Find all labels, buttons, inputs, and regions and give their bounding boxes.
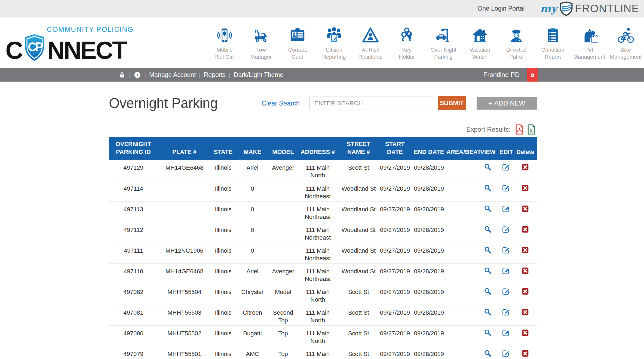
- delete-button[interactable]: [514, 201, 537, 222]
- street-name-cell: Scott St: [339, 305, 378, 325]
- nav-right: Frontline PD: [483, 68, 644, 82]
- module-label-line: Residents: [358, 54, 383, 60]
- edit-pencil-icon: [500, 329, 512, 337]
- end-date-cell: 09/28/2019: [412, 325, 446, 346]
- submit-button[interactable]: SUBMIT: [438, 96, 466, 110]
- add-new-button[interactable]: +ADD NEW: [477, 97, 537, 110]
- state-cell: Illinois: [211, 263, 235, 284]
- plate-cell: MHHT55504: [158, 284, 211, 305]
- address-cell: 111 Main Northeast: [297, 243, 339, 263]
- delete-button[interactable]: [514, 263, 537, 284]
- cp-shield-icon: [23, 33, 46, 62]
- my-frontline-logo[interactable]: my FRONTLINE: [540, 1, 639, 17]
- overnight-parking-table: OVERNIGHT PARKING IDPLATE #STATEMAKEMODE…: [109, 137, 537, 359]
- col-header-6: STREET NAME #: [339, 137, 378, 160]
- edit-button[interactable]: [498, 201, 514, 222]
- view-button[interactable]: [478, 325, 498, 346]
- pdf-file-icon[interactable]: [514, 124, 525, 135]
- logout-lock-button[interactable]: [527, 68, 538, 82]
- delete-button[interactable]: [514, 243, 537, 263]
- edit-button[interactable]: [498, 160, 514, 181]
- make-cell: Chrysler: [235, 284, 269, 305]
- col-header-11: EDIT: [498, 137, 514, 160]
- module-condition-report[interactable]: ConditionReport: [535, 25, 571, 60]
- page-content: Overnight Parking Clear Search SUBMIT +A…: [109, 95, 537, 359]
- edit-button[interactable]: [498, 243, 514, 263]
- nav-item-dark-light-theme[interactable]: Dark/Light Theme: [234, 71, 283, 79]
- address-cell: 111 Main North: [297, 160, 339, 181]
- module-label: CitizenReporting: [316, 46, 352, 60]
- module-contact-card[interactable]: ContactCard: [279, 25, 316, 60]
- view-button[interactable]: [478, 346, 498, 359]
- lock-icon[interactable]: [118, 71, 126, 79]
- module-directed-patrol[interactable]: DirectedPatrol: [498, 25, 535, 60]
- delete-x-icon: [516, 329, 535, 336]
- search-input[interactable]: [309, 97, 434, 110]
- delete-button[interactable]: [514, 181, 537, 201]
- module-vacation-watch[interactable]: VacationWatch: [462, 25, 498, 60]
- delete-button[interactable]: [514, 305, 537, 325]
- delete-button[interactable]: [514, 284, 537, 305]
- view-button[interactable]: [478, 284, 498, 305]
- make-cell: 0: [235, 201, 269, 222]
- view-button[interactable]: [478, 305, 498, 325]
- address-cell: 111 Main Northeast: [297, 181, 339, 201]
- plate-cell: [158, 181, 211, 201]
- view-button[interactable]: [478, 201, 498, 222]
- module-label-line: Patrol: [509, 54, 523, 60]
- delete-button[interactable]: [514, 222, 537, 243]
- col-header-3: MAKE: [235, 137, 269, 160]
- edit-button[interactable]: [498, 263, 514, 284]
- delete-button[interactable]: [514, 346, 537, 359]
- edit-pencil-icon: [500, 287, 512, 296]
- address-cell: 111 Main North: [297, 325, 339, 346]
- edit-pencil-icon: [500, 349, 512, 358]
- info-icon[interactable]: [134, 71, 141, 79]
- module-key-holder[interactable]: KeyHolder: [389, 25, 425, 60]
- address-cell: 111 Main North: [297, 346, 339, 359]
- street-name-cell: Woodland St: [339, 181, 378, 201]
- view-button[interactable]: [478, 222, 498, 243]
- module-bike-management[interactable]: BikeManagement: [608, 25, 644, 60]
- parking-id-cell: 497079: [109, 346, 158, 359]
- module-pet-management[interactable]: PetManagement: [571, 25, 608, 60]
- delete-button[interactable]: [514, 325, 537, 346]
- nav-item-manage-account[interactable]: Manage Account: [149, 71, 196, 79]
- edit-button[interactable]: [498, 181, 514, 201]
- nav-separator: |: [129, 72, 130, 78]
- excel-file-icon[interactable]: [526, 124, 537, 135]
- end-date-cell: 09/28/2019: [412, 263, 446, 284]
- state-cell: Illinois: [211, 160, 235, 181]
- module-tow-manager[interactable]: TowManager: [243, 25, 279, 60]
- module-citizen-reporting[interactable]: CitizenReporting: [316, 25, 352, 60]
- start-date-cell: 09/27/2019: [378, 222, 412, 243]
- view-button[interactable]: [478, 263, 498, 284]
- street-name-cell: Woodland St: [339, 243, 378, 263]
- module-label-line: Card: [292, 54, 303, 60]
- module-mobile-roll-call[interactable]: MobileRoll Call: [206, 25, 243, 60]
- view-button[interactable]: [478, 160, 498, 181]
- col-header-9: AREA/BEAT: [446, 137, 478, 160]
- one-login-portal-link[interactable]: One Login Portal: [477, 5, 525, 12]
- module-over-night-parking[interactable]: Over NightParking: [425, 25, 462, 60]
- brand-name-text: FRONTLINE: [575, 2, 639, 15]
- module-at-risk-residents[interactable]: At-RiskResidents: [352, 25, 389, 60]
- view-button[interactable]: [478, 181, 498, 201]
- area-beat-cell: [446, 346, 478, 359]
- nav-separator: |: [144, 72, 146, 78]
- make-cell: 0: [235, 181, 269, 201]
- delete-button[interactable]: [514, 160, 537, 181]
- nav-item-reports[interactable]: Reports: [204, 71, 226, 79]
- community-policing-connect-logo[interactable]: COMMUNITY POLICING C NNECT: [5, 25, 127, 61]
- edit-button[interactable]: [498, 222, 514, 243]
- edit-button[interactable]: [498, 305, 514, 325]
- edit-button[interactable]: [498, 284, 514, 305]
- parking-id-cell: 497113: [109, 201, 158, 222]
- brand-my-text: my: [540, 2, 557, 15]
- area-beat-cell: [446, 243, 478, 263]
- view-button[interactable]: [478, 243, 498, 263]
- edit-button[interactable]: [498, 346, 514, 359]
- house-icon: [462, 27, 498, 44]
- clear-search-link[interactable]: Clear Search: [262, 100, 300, 107]
- edit-button[interactable]: [498, 325, 514, 346]
